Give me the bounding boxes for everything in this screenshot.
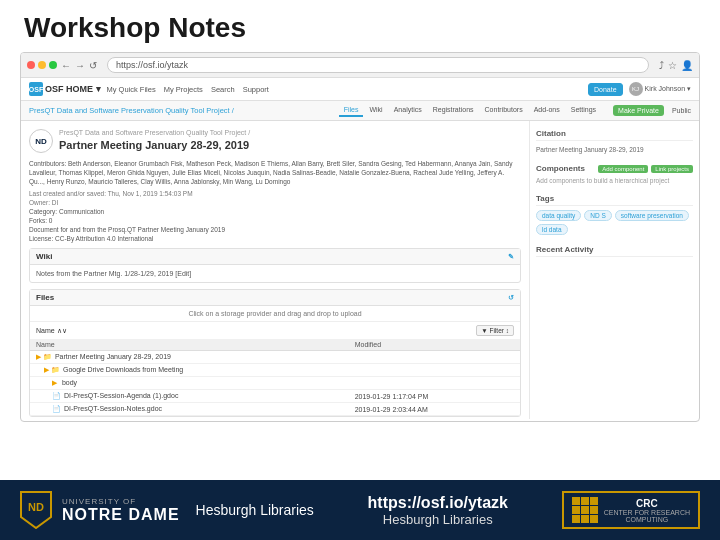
tags-title: Tags <box>536 194 693 206</box>
bookmark-icon[interactable]: ☆ <box>668 60 677 71</box>
crc-text: CRC CENTER FOR RESEARCHCOMPUTING <box>604 498 690 523</box>
wiki-body: Notes from the Partner Mtg. 1/28-1/29, 2… <box>30 265 520 282</box>
osf-nav-links: My Quick Files My Projects Search Suppor… <box>107 85 582 94</box>
project-title-area: PresQT Data and Software Preservation Qu… <box>59 129 250 152</box>
tags-section: Tags data quality ND S software preserva… <box>536 194 693 235</box>
browser-close-dot[interactable] <box>27 61 35 69</box>
file-icon: 📄 <box>52 405 61 412</box>
browser-minimize-dot[interactable] <box>38 61 46 69</box>
tab-settings[interactable]: Settings <box>566 104 601 117</box>
project-sidebar: Citation Partner Meeting January 28-29, … <box>529 121 699 419</box>
forward-icon[interactable]: → <box>75 60 85 71</box>
table-row[interactable]: 📄DI-PresQT-Session-Notes.gdoc 2019-01-29… <box>30 403 520 416</box>
col-name: Name <box>30 339 349 351</box>
avatar: KJ <box>629 82 643 96</box>
page-header: Workshop Notes <box>0 0 720 52</box>
user-icon[interactable]: 👤 <box>681 60 693 71</box>
project-nav-tabs: Files Wiki Analytics Registrations Contr… <box>339 104 601 117</box>
files-toolbar: Name ∧∨ ▼ Filter ↕ <box>30 322 520 339</box>
browser-maximize-dot[interactable] <box>49 61 57 69</box>
citation-text: Partner Meeting January 28-29, 2019 <box>536 145 693 154</box>
back-icon[interactable]: ← <box>61 60 71 71</box>
osf-topnav: OSF OSF HOME ▾ My Quick Files My Project… <box>21 78 699 101</box>
table-row[interactable]: ▶ 📁Partner Meeting January 28-29, 2019 <box>30 351 520 364</box>
tab-addons[interactable]: Add-ons <box>529 104 565 117</box>
url-bar[interactable]: https://osf.io/ytazk <box>107 57 649 73</box>
osf-home-label: OSF HOME ▾ <box>45 84 101 94</box>
refresh-icon[interactable]: ↺ <box>89 60 97 71</box>
files-filter-button[interactable]: ▼ Filter ↕ <box>476 325 514 336</box>
link-project-button[interactable]: Link projects <box>651 165 693 173</box>
crc-cell <box>572 515 580 523</box>
nav-support[interactable]: Support <box>243 85 269 94</box>
contributors-section: Contributors: Beth Anderson, Eleanor Gru… <box>29 159 521 186</box>
user-name: Kirk Johnson ▾ <box>645 85 691 93</box>
make-private-button[interactable]: Make Private <box>613 105 664 116</box>
citation-section: Citation Partner Meeting January 28-29, … <box>536 129 693 154</box>
share-icon[interactable]: ⤴ <box>659 60 664 71</box>
tab-files[interactable]: Files <box>339 104 364 117</box>
components-buttons: Add component Link projects <box>598 165 693 173</box>
components-title: Components <box>536 164 585 173</box>
svg-text:ND: ND <box>28 501 44 513</box>
user-menu[interactable]: KJ Kirk Johnson ▾ <box>629 82 691 96</box>
tag-item[interactable]: software preservation <box>615 210 689 221</box>
table-row[interactable]: ▶ body <box>30 377 520 390</box>
crc-cell <box>581 515 589 523</box>
recent-activity-title: Recent Activity <box>536 245 693 257</box>
nav-search[interactable]: Search <box>211 85 235 94</box>
browser-container: ← → ↺ https://osf.io/ytazk ⤴ ☆ 👤 OSF OSF… <box>20 52 700 422</box>
tab-analytics[interactable]: Analytics <box>389 104 427 117</box>
nav-my-quick-files[interactable]: My Quick Files <box>107 85 156 94</box>
tag-item[interactable]: ND S <box>584 210 612 221</box>
footer-university-line1: UNIVERSITY OF <box>62 497 180 506</box>
project-header-section: ND PresQT Data and Software Preservation… <box>29 129 521 153</box>
components-header: Components Add component Link projects <box>536 164 693 173</box>
crc-cell <box>572 506 580 514</box>
file-modified <box>349 377 520 390</box>
project-title: Partner Meeting January 28-29, 2019 <box>59 138 250 152</box>
table-row[interactable]: 📄DI-PresQT-Session-Agenda (1).gdoc 2019-… <box>30 390 520 403</box>
add-component-button[interactable]: Add component <box>598 165 648 173</box>
tab-registrations[interactable]: Registrations <box>428 104 479 117</box>
crc-cell <box>581 506 589 514</box>
project-breadcrumb-path: PresQT Data and Software Preservation Qu… <box>59 129 250 136</box>
file-modified <box>349 364 520 377</box>
osf-logo[interactable]: OSF OSF HOME ▾ <box>29 82 101 96</box>
page-title: Workshop Notes <box>24 12 696 44</box>
donate-button[interactable]: Donate <box>588 83 623 96</box>
footer-libraries-label: Hesburgh Libraries <box>196 502 314 518</box>
crc-cell <box>590 497 598 505</box>
files-upload-zone[interactable]: Click on a storage provider and drag and… <box>30 306 520 322</box>
license: License: CC-By Attribution 4.0 Internati… <box>29 235 521 242</box>
crc-subtitle: CENTER FOR RESEARCHCOMPUTING <box>604 509 690 523</box>
tag-item[interactable]: ld data <box>536 224 568 235</box>
files-refresh-icon[interactable]: ↺ <box>508 294 514 302</box>
footer-left: ND UNIVERSITY OF NOTRE DAME Hesburgh Lib… <box>20 491 314 529</box>
nav-my-projects[interactable]: My Projects <box>164 85 203 94</box>
file-name: ▶ 📁Partner Meeting January 28-29, 2019 <box>30 351 349 364</box>
tab-wiki[interactable]: Wiki <box>364 104 387 117</box>
tag-item[interactable]: data quality <box>536 210 581 221</box>
browser-chrome: ← → ↺ https://osf.io/ytazk ⤴ ☆ 👤 <box>21 53 699 78</box>
tags-area: data quality ND S software preservation … <box>536 210 693 235</box>
files-table: Name Modified ▶ 📁Partner Meeting January… <box>30 339 520 416</box>
project-content: ND PresQT Data and Software Preservation… <box>21 121 699 419</box>
footer-nd-text: UNIVERSITY OF NOTRE DAME <box>62 497 180 524</box>
folder-icon: ▶ <box>52 379 57 386</box>
wiki-edit-icon[interactable]: ✎ <box>508 253 514 261</box>
recent-activity-section: Recent Activity <box>536 245 693 257</box>
file-modified: 2019-01-29 2:03:44 AM <box>349 403 520 416</box>
footer-university-line2: NOTRE DAME <box>62 506 180 524</box>
tab-contributors[interactable]: Contributors <box>480 104 528 117</box>
project-breadcrumb[interactable]: PresQT Data and Software Preservation Qu… <box>29 106 234 115</box>
footer-center: https://osf.io/ytazk Hesburgh Libraries <box>368 494 508 527</box>
files-header: Files ↺ <box>30 290 520 306</box>
page-footer: ND UNIVERSITY OF NOTRE DAME Hesburgh Lib… <box>0 480 720 540</box>
file-modified <box>349 351 520 364</box>
table-row[interactable]: ▶ 📁Google Drive Downloads from Meeting <box>30 364 520 377</box>
nd-logo: ND <box>29 129 53 153</box>
crc-box: CRC CENTER FOR RESEARCHCOMPUTING <box>562 491 700 529</box>
footer-url[interactable]: https://osf.io/ytazk <box>368 494 508 512</box>
footer-right: CRC CENTER FOR RESEARCHCOMPUTING <box>562 491 700 529</box>
